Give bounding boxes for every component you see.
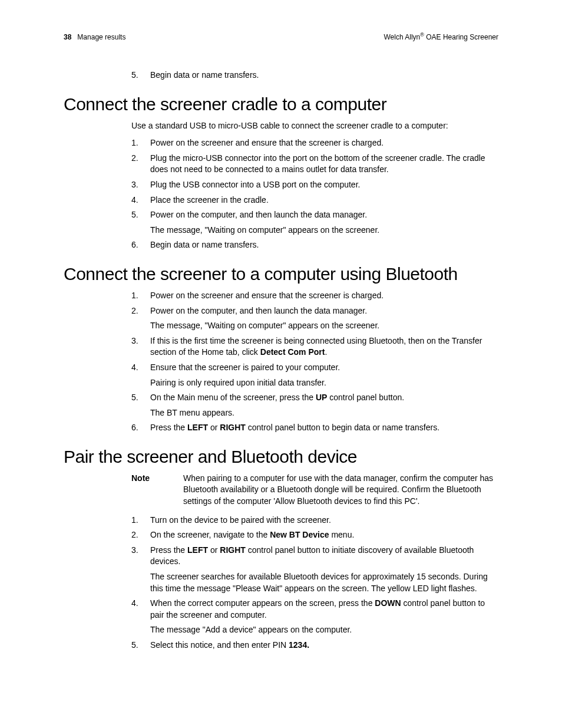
list-subtext: The screener searches for available Blue…	[150, 571, 498, 594]
list-item: 5.Power on the computer, and then launch…	[131, 209, 498, 236]
section1-body: Use a standard USB to micro-USB cable to…	[131, 120, 498, 251]
note-text: When pairing to a computer for use with …	[183, 473, 498, 508]
list-number: 4.	[131, 195, 142, 206]
list-item: 3.Press the LEFT or RIGHT control panel …	[131, 545, 498, 594]
list-item: 3.Plug the USB connector into a USB port…	[131, 179, 498, 191]
heading-pair-bluetooth: Pair the screener and Bluetooth device	[64, 447, 498, 467]
list-item: 4.Place the screener in the cradle.	[131, 195, 498, 206]
header-left: 38 Manage results	[64, 33, 125, 41]
list-item: 5.Select this notice, and then enter PIN…	[131, 640, 498, 651]
list-item: 1.Power on the screener and ensure that …	[131, 290, 498, 302]
list-text: Plug the USB connector into a USB port o…	[150, 179, 498, 191]
list-number: 5.	[131, 392, 142, 419]
header-section-title: Manage results	[77, 33, 125, 41]
top-list: 5. Begin data or name transfers.	[131, 70, 498, 81]
list-number: 5.	[131, 70, 142, 81]
brand-suffix: OAE Hearing Screener	[424, 33, 498, 41]
list-number: 3.	[131, 335, 142, 358]
list-number: 2.	[131, 153, 142, 176]
list-item: 1.Turn on the device to be paired with t…	[131, 515, 498, 526]
list-subtext: The message, "Waiting on computer" appea…	[150, 320, 498, 332]
list-item: 6.Begin data or name transfers.	[131, 239, 498, 251]
list-number: 4.	[131, 598, 142, 636]
list-number: 1.	[131, 137, 142, 149]
page-header: 38 Manage results Welch Allyn® OAE Heari…	[64, 32, 498, 41]
section3-list: 1.Turn on the device to be paired with t…	[131, 515, 498, 651]
section2-list: 1.Power on the screener and ensure that …	[131, 290, 498, 434]
list-text: Power on the computer, and then launch t…	[150, 305, 498, 332]
list-number: 6.	[131, 239, 142, 251]
list-item: 5.On the Main menu of the screener, pres…	[131, 392, 498, 419]
list-item: 2.On the screener, navigate to the New B…	[131, 529, 498, 541]
list-number: 5.	[131, 640, 142, 651]
page-number: 38	[64, 33, 71, 41]
list-number: 2.	[131, 529, 142, 541]
list-number: 3.	[131, 545, 142, 594]
list-item: 2.Power on the computer, and then launch…	[131, 305, 498, 332]
list-text: Ensure that the screener is paired to yo…	[150, 362, 498, 388]
list-subtext: The message "Add a device" appears on th…	[150, 624, 498, 636]
list-item: 4.When the correct computer appears on t…	[131, 598, 498, 636]
list-item: 3.If this is the first time the screener…	[131, 335, 498, 358]
list-text: Begin data or name transfers.	[150, 239, 498, 251]
list-number: 6.	[131, 422, 142, 434]
section1-intro: Use a standard USB to micro-USB cable to…	[131, 120, 498, 132]
section2-body: 1.Power on the screener and ensure that …	[131, 290, 498, 434]
list-text: Power on the screener and ensure that th…	[150, 137, 498, 149]
list-number: 3.	[131, 179, 142, 191]
section1-list: 1.Power on the screener and ensure that …	[131, 137, 498, 251]
list-subtext: Pairing is only required upon initial da…	[150, 377, 498, 389]
top-fragment: 5. Begin data or name transfers.	[131, 70, 498, 81]
section3-body: Note When pairing to a computer for use …	[131, 473, 498, 651]
list-text: If this is the first time the screener i…	[150, 335, 498, 358]
list-item: 4.Ensure that the screener is paired to …	[131, 362, 498, 388]
list-text: Power on the screener and ensure that th…	[150, 290, 498, 302]
list-text: Place the screener in the cradle.	[150, 195, 498, 206]
list-number: 5.	[131, 209, 142, 236]
list-subtext: The BT menu appears.	[150, 407, 498, 419]
list-text: When the correct computer appears on the…	[150, 598, 498, 636]
list-item: 5. Begin data or name transfers.	[131, 70, 498, 81]
list-item: 2.Plug the micro-USB connector into the …	[131, 153, 498, 176]
registered-mark: ®	[420, 32, 424, 38]
list-text: Begin data or name transfers.	[150, 70, 498, 81]
list-subtext: The message, "Waiting on computer" appea…	[150, 225, 498, 236]
heading-connect-bluetooth: Connect the screener to a computer using…	[64, 264, 498, 284]
list-number: 4.	[131, 362, 142, 388]
list-number: 1.	[131, 515, 142, 526]
header-right: Welch Allyn® OAE Hearing Screener	[384, 32, 498, 41]
list-text: Power on the computer, and then launch t…	[150, 209, 498, 236]
note-block: Note When pairing to a computer for use …	[131, 473, 498, 508]
note-label: Note	[131, 473, 155, 508]
list-text: Plug the micro-USB connector into the po…	[150, 153, 498, 176]
list-text: Press the LEFT or RIGHT control panel bu…	[150, 545, 498, 594]
brand-prefix: Welch Allyn	[384, 33, 420, 41]
list-text: Press the LEFT or RIGHT control panel bu…	[150, 422, 498, 434]
heading-connect-cradle: Connect the screener cradle to a compute…	[64, 94, 498, 114]
list-text: On the Main menu of the screener, press …	[150, 392, 498, 419]
list-item: 1.Power on the screener and ensure that …	[131, 137, 498, 149]
list-text: Turn on the device to be paired with the…	[150, 515, 498, 526]
page: 38 Manage results Welch Allyn® OAE Heari…	[0, 0, 562, 728]
list-text: Select this notice, and then enter PIN 1…	[150, 640, 498, 651]
list-number: 1.	[131, 290, 142, 302]
list-item: 6.Press the LEFT or RIGHT control panel …	[131, 422, 498, 434]
list-text: On the screener, navigate to the New BT …	[150, 529, 498, 541]
list-number: 2.	[131, 305, 142, 332]
